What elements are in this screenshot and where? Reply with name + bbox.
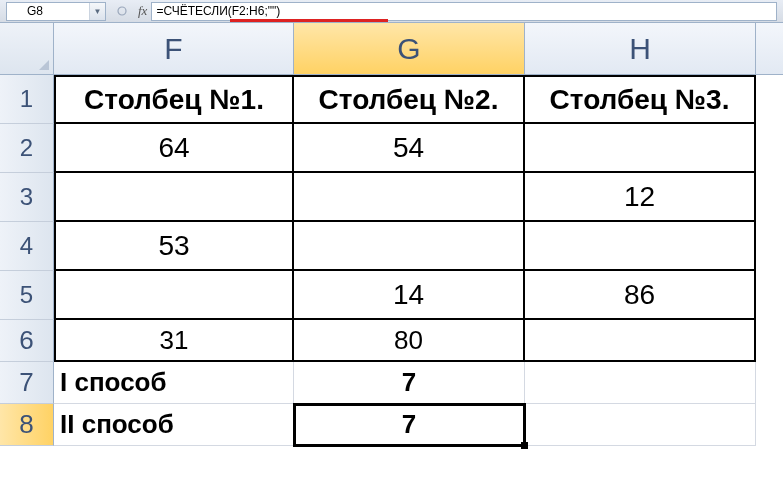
cell-F1[interactable]: Столбец №1. [54, 75, 294, 124]
formula-controls: fx [112, 2, 147, 20]
row-header-6[interactable]: 6 [0, 320, 54, 362]
row-3: 3 12 [0, 173, 783, 222]
col-header-F[interactable]: F [54, 23, 294, 74]
cell-G4[interactable] [294, 222, 525, 271]
cell-G2[interactable]: 54 [294, 124, 525, 173]
cell-G5[interactable]: 14 [294, 271, 525, 320]
cell-H1[interactable]: Столбец №3. [525, 75, 756, 124]
formula-input[interactable]: =СЧЁТЕСЛИ(F2:H6;"") [151, 2, 777, 21]
cell-H6[interactable] [525, 320, 756, 362]
row-header-2[interactable]: 2 [0, 124, 54, 173]
cell-H7[interactable] [525, 362, 756, 404]
svg-point-0 [118, 7, 126, 15]
row-6: 6 31 80 [0, 320, 783, 362]
fx-icon[interactable]: fx [138, 3, 147, 19]
formula-text: =СЧЁТЕСЛИ(F2:H6;"") [156, 4, 280, 18]
row-7: 7 I способ 7 [0, 362, 783, 404]
row-8: 8 II способ 7 [0, 404, 783, 446]
cell-F5[interactable] [54, 271, 294, 320]
cell-F6[interactable]: 31 [54, 320, 294, 362]
col-header-H[interactable]: H [525, 23, 756, 74]
cancel-formula-icon[interactable] [112, 2, 132, 20]
cell-H2[interactable] [525, 124, 756, 173]
cell-H5[interactable]: 86 [525, 271, 756, 320]
name-box-value: G8 [27, 4, 43, 18]
row-5: 5 14 86 [0, 271, 783, 320]
spreadsheet-grid[interactable]: F G H 1 Столбец №1. Столбец №2. Столбец … [0, 23, 783, 503]
cell-G7[interactable]: 7 [294, 362, 525, 404]
row-header-8[interactable]: 8 [0, 404, 54, 446]
cell-G1[interactable]: Столбец №2. [294, 75, 525, 124]
row-4: 4 53 [0, 222, 783, 271]
cell-F2[interactable]: 64 [54, 124, 294, 173]
cell-G6[interactable]: 80 [294, 320, 525, 362]
row-1: 1 Столбец №1. Столбец №2. Столбец №3. [0, 75, 783, 124]
cell-F3[interactable] [54, 173, 294, 222]
cell-H3[interactable]: 12 [525, 173, 756, 222]
row-header-5[interactable]: 5 [0, 271, 54, 320]
cell-F4[interactable]: 53 [54, 222, 294, 271]
cell-H4[interactable] [525, 222, 756, 271]
cell-H8[interactable] [525, 404, 756, 446]
annotation-underline [230, 19, 388, 22]
formula-bar: G8 ▼ fx =СЧЁТЕСЛИ(F2:H6;"") [0, 0, 783, 23]
cell-G3[interactable] [294, 173, 525, 222]
name-box[interactable]: G8 ▼ [6, 2, 106, 21]
cell-F8[interactable]: II способ [54, 404, 294, 446]
row-header-4[interactable]: 4 [0, 222, 54, 271]
select-all-corner[interactable] [0, 23, 54, 74]
row-header-1[interactable]: 1 [0, 75, 54, 124]
row-header-3[interactable]: 3 [0, 173, 54, 222]
row-2: 2 64 54 [0, 124, 783, 173]
cell-F7[interactable]: I способ [54, 362, 294, 404]
row-header-7[interactable]: 7 [0, 362, 54, 404]
cell-G8[interactable]: 7 [294, 404, 525, 446]
column-headers-row: F G H [0, 23, 783, 75]
col-header-G[interactable]: G [294, 23, 525, 74]
name-box-dropdown-icon[interactable]: ▼ [89, 3, 105, 20]
